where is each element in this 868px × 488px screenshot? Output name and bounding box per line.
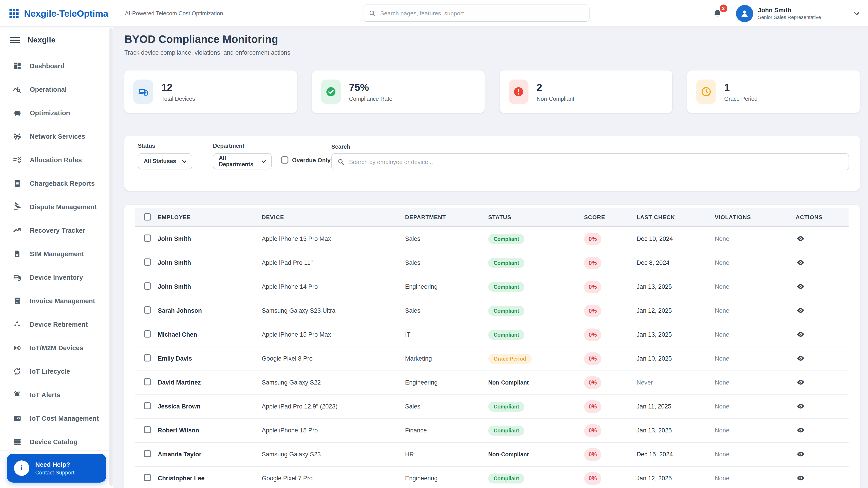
row-checkbox[interactable] — [144, 474, 151, 481]
sidebar-item-sim-management[interactable]: SIM Management — [0, 242, 113, 266]
sidebar-item-allocation-rules[interactable]: Allocation Rules — [0, 148, 113, 172]
stat-value: 2 — [537, 82, 575, 93]
select-all-checkbox[interactable] — [144, 213, 151, 220]
table-row: Amanda TaylorSamsung Galaxy S23HRNon-Com… — [135, 442, 848, 466]
sidebar-item-label: Device Retirement — [30, 321, 88, 328]
search-icon — [368, 9, 376, 17]
overdue-only-toggle[interactable]: Overdue Only — [281, 156, 331, 164]
view-details-button[interactable] — [796, 449, 806, 459]
sidebar-item-iot-cost-management[interactable]: IoT Cost Management — [0, 407, 113, 430]
hamburger-menu-button[interactable] — [10, 37, 20, 44]
device-retirement-icon — [13, 320, 22, 329]
view-details-button[interactable] — [796, 401, 806, 411]
department: Sales — [405, 299, 488, 323]
view-details-button[interactable] — [796, 473, 806, 483]
status-badge: Compliant — [488, 330, 524, 339]
column-header-department: DEPARTMENT — [405, 208, 488, 227]
operational-icon — [13, 85, 22, 94]
row-checkbox[interactable] — [144, 306, 151, 314]
stat-value: 1 — [724, 82, 757, 93]
view-details-button[interactable] — [796, 329, 806, 339]
sidebar-item-label: Dispute Management — [30, 203, 96, 210]
table-row: Christopher LeeGoogle Pixel 7 ProEnginee… — [135, 466, 848, 488]
violations: None — [715, 251, 796, 275]
eye-icon — [797, 235, 805, 243]
sidebar-item-iot-alerts[interactable]: IoT Alerts — [0, 383, 113, 407]
sidebar-item-recovery-tracker[interactable]: Recovery Tracker — [0, 219, 113, 242]
sidebar-item-operational[interactable]: Operational — [0, 78, 113, 101]
brand-tagline: AI-Powered Telecom Cost Optimization — [125, 10, 223, 17]
sidebar-item-dispute-management[interactable]: Dispute Management — [0, 195, 113, 219]
employee-name: Jessica Brown — [158, 403, 200, 410]
score-badge: 0% — [584, 376, 601, 389]
help-card[interactable]: i Need Help? Contact Support — [7, 454, 106, 483]
device-name: Samsung Galaxy S22 — [262, 370, 405, 394]
row-checkbox[interactable] — [144, 378, 151, 385]
device-name: Apple iPhone 15 Pro Max — [262, 227, 405, 251]
row-checkbox[interactable] — [144, 402, 151, 410]
eye-icon — [797, 426, 805, 434]
device-name: Apple iPad Pro 11" — [262, 251, 405, 275]
view-details-button[interactable] — [796, 353, 806, 363]
row-checkbox[interactable] — [144, 426, 151, 433]
row-checkbox[interactable] — [144, 235, 151, 242]
sidebar-item-device-inventory[interactable]: Device Inventory — [0, 266, 113, 289]
row-checkbox[interactable] — [144, 354, 151, 361]
row-checkbox[interactable] — [144, 330, 151, 337]
department-filter-label: Department — [213, 143, 244, 149]
sidebar-item-iot-m2m-devices[interactable]: IoT/M2M Devices — [0, 336, 113, 360]
view-details-button[interactable] — [796, 234, 806, 244]
user-menu[interactable]: John Smith Senior Sales Representative — [758, 7, 821, 20]
status-badge: Grace Period — [488, 354, 531, 363]
sidebar-scrollbar[interactable] — [110, 28, 113, 486]
column-header-device: DEVICE — [262, 208, 405, 227]
stat-card-non-compliant: 2Non-Compliant — [500, 70, 672, 113]
last-check: Jan 13, 2025 — [637, 275, 715, 299]
department-filter-value: All Departments — [219, 155, 261, 168]
sidebar-item-optimization[interactable]: Optimization — [0, 101, 113, 125]
view-details-button[interactable] — [796, 305, 806, 315]
employee-name: John Smith — [158, 259, 191, 266]
view-details-button[interactable] — [796, 258, 806, 267]
stat-label: Compliance Rate — [349, 96, 393, 102]
chevron-down-icon[interactable] — [852, 9, 861, 18]
brand-area: Nexgile-TeleOptima AI-Powered Telecom Co… — [9, 0, 223, 27]
table-search-input[interactable] — [349, 158, 843, 165]
global-search[interactable] — [363, 4, 590, 22]
stat-meta: 1Grace Period — [724, 82, 757, 102]
sidebar-item-chargeback-reports[interactable]: Chargeback Reports — [0, 172, 113, 195]
apps-grid-icon[interactable] — [9, 8, 19, 18]
sidebar-item-device-catalog[interactable]: Device Catalog — [0, 430, 113, 451]
row-checkbox[interactable] — [144, 450, 151, 457]
view-details-button[interactable] — [796, 282, 806, 291]
global-search-input[interactable] — [380, 10, 584, 17]
stat-value: 75% — [349, 82, 393, 93]
table-row: John SmithApple iPhone 14 ProEngineering… — [135, 275, 848, 299]
department-filter-select[interactable]: All Departments — [213, 153, 272, 169]
sidebar-item-network-services[interactable]: Network Services — [0, 125, 113, 148]
avatar[interactable] — [736, 5, 753, 22]
row-checkbox[interactable] — [144, 258, 151, 266]
violations: None — [715, 466, 796, 488]
device-name: Samsung Galaxy S23 — [262, 442, 405, 466]
status-badge: Compliant — [488, 425, 524, 435]
sidebar-item-dashboard[interactable]: Dashboard — [0, 54, 113, 78]
table-search[interactable] — [331, 153, 849, 170]
overdue-only-checkbox[interactable] — [281, 156, 288, 164]
sidebar-item-invoice-management[interactable]: Invoice Management — [0, 289, 113, 313]
table-row: Robert WilsonApple iPhone 15 ProFinanceC… — [135, 418, 848, 442]
employee-name: Robert Wilson — [158, 427, 199, 434]
notifications-button[interactable]: 2 — [711, 7, 723, 19]
sidebar-item-label: Dashboard — [30, 62, 64, 70]
row-checkbox[interactable] — [144, 283, 151, 290]
sidebar-brand: Nexgile — [28, 36, 56, 45]
status-filter-select[interactable]: All Statuses — [138, 153, 192, 169]
last-check: Dec 10, 2024 — [637, 227, 715, 251]
column-header-violations: VIOLATIONS — [715, 208, 796, 227]
sidebar-item-device-retirement[interactable]: Device Retirement — [0, 313, 113, 336]
view-details-button[interactable] — [796, 425, 806, 435]
sidebar-item-iot-lifecycle[interactable]: IoT Lifecycle — [0, 360, 113, 383]
view-details-button[interactable] — [796, 377, 806, 387]
device-catalog-icon — [13, 437, 22, 447]
score-badge: 0% — [584, 304, 601, 317]
